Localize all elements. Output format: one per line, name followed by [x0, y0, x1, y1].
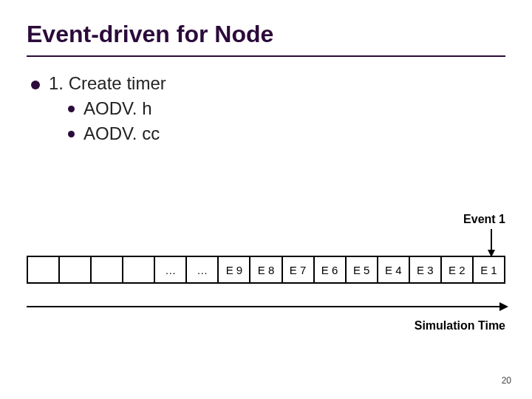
queue-cell: E 7 [283, 257, 315, 282]
bullet-level1: 1. Create timer [31, 73, 505, 94]
queue-cell: E 5 [347, 257, 378, 282]
queue-row: … … E 9 E 8 E 7 E 6 E 5 E 4 E 3 E 2 E 1 [27, 256, 505, 284]
axis-label: Simulation Time [415, 319, 505, 332]
bullet-icon [68, 106, 75, 112]
queue-cell: … [187, 257, 219, 282]
event-queue: … … E 9 E 8 E 7 E 6 E 5 E 4 E 3 E 2 E 1 [27, 256, 505, 284]
queue-cell [123, 257, 155, 282]
arrow-down-icon [491, 229, 492, 256]
queue-cell: E 1 [474, 257, 504, 282]
queue-cell [28, 257, 60, 282]
slide-body: 1. Create timer AODV. h AODV. cc [27, 73, 505, 144]
page-number: 20 [502, 375, 511, 386]
slide: Event-driven for Node 1. Create timer AO… [0, 0, 532, 399]
title-underline [27, 55, 505, 57]
event-label: Event 1 [463, 213, 505, 226]
bullet-level2: AODV. h [68, 98, 505, 119]
queue-cell [92, 257, 123, 282]
queue-cell: … [155, 257, 187, 282]
time-axis [27, 306, 507, 307]
bullet-text: 1. Create timer [49, 73, 166, 94]
queue-cell: E 6 [315, 257, 347, 282]
bullet-icon [68, 131, 75, 137]
bullet-icon [31, 81, 40, 89]
queue-cell: E 8 [250, 257, 282, 282]
queue-cell: E 2 [442, 257, 474, 282]
bullet-level2: AODV. cc [68, 123, 505, 144]
queue-cell [60, 257, 92, 282]
bullet-text: AODV. cc [83, 123, 160, 144]
bullet-text: AODV. h [83, 98, 152, 119]
queue-cell: E 9 [219, 257, 250, 282]
queue-cell: E 4 [378, 257, 410, 282]
queue-cell: E 3 [410, 257, 442, 282]
slide-title: Event-driven for Node [27, 21, 505, 48]
